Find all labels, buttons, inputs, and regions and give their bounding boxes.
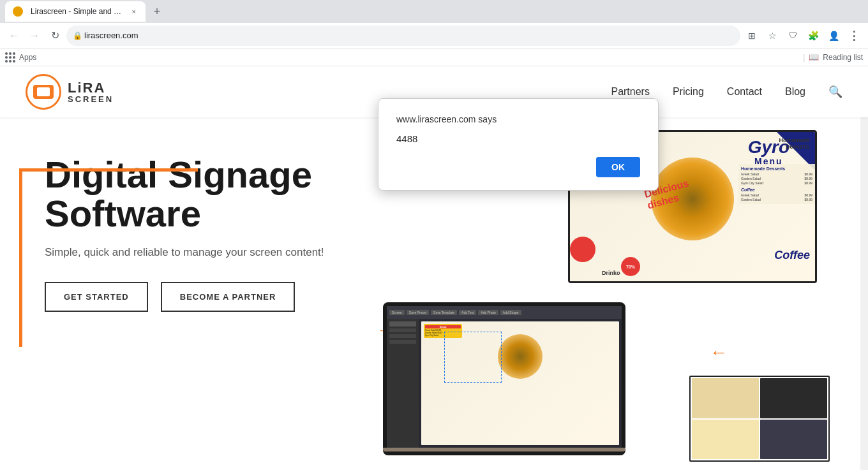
- drinko-label: Drinko: [602, 270, 620, 276]
- tab-title: Lirascreen - Simple and Robust D...: [31, 7, 126, 16]
- nav-blog[interactable]: Blog: [785, 86, 805, 98]
- toolbar-btn-1: Screen: [389, 310, 405, 315]
- tab-close-button[interactable]: ×: [130, 6, 138, 17]
- sidebar-item-1: [389, 321, 416, 327]
- right-item-3: Gyro City Salad $8.99: [741, 181, 812, 185]
- dialog-actions: OK: [396, 157, 640, 177]
- laptop-sidebar: [387, 319, 419, 448]
- logo-screen: [33, 85, 54, 99]
- right-coffee: Coffee: [741, 187, 812, 192]
- sidebar-item-2: [389, 328, 416, 332]
- canvas-salad-hdr: Salad: [425, 325, 461, 328]
- dialog-ok-button[interactable]: OK: [596, 157, 640, 177]
- sidebar-item-3: [389, 334, 416, 338]
- nav-contact[interactable]: Contact: [727, 86, 762, 98]
- toolbar-btn-2: Save Preset: [407, 310, 429, 315]
- dialog-site-label: www.lirascreen.com says: [396, 114, 640, 124]
- refresh-button[interactable]: ↻: [46, 27, 64, 45]
- laptop-toolbar: Screen Save Preset Save Template Add Tex…: [387, 306, 622, 319]
- canvas-content: Salad Greek Salad $8.99 Garden Salad $8.…: [421, 321, 619, 445]
- bookmark-star-button[interactable]: ☆: [763, 27, 781, 45]
- toolbar-btn-5: Add Photo: [478, 310, 498, 315]
- template-cell-2: [760, 378, 827, 418]
- right-item-1: Greek Salad $8.99: [741, 172, 812, 176]
- template-cell-4: [760, 420, 827, 460]
- right-menu-col: Homemade Desserts Greek Salad $8.99 Gard…: [738, 164, 815, 204]
- right-coffee-item2: Garden Salad $8.99: [741, 198, 812, 202]
- reading-list-label: Reading list: [823, 53, 863, 62]
- gyro-deco-red: [570, 237, 595, 262]
- browser-chrome: Lirascreen - Simple and Robust D... × + …: [0, 0, 868, 66]
- small-screen: [689, 376, 830, 462]
- toolbar-btn-4: Add Text: [459, 310, 476, 315]
- tab-bar: Lirascreen - Simple and Robust D... × +: [0, 0, 868, 23]
- site-nav: Partners Pricing Contact Blog 🔍: [611, 85, 842, 99]
- logo-screen-inner: [37, 87, 50, 96]
- alert-dialog: www.lirascreen.com says 4488 OK: [378, 98, 659, 191]
- site-logo: LiRA SCREEN: [26, 74, 114, 110]
- right-coffee-item1: Greek Salad $8.99: [741, 193, 812, 197]
- menu-button[interactable]: ⋮: [845, 27, 863, 45]
- nav-bar: ← → ↻ 🔒 ⊞ ☆ 🛡 🧩 👤 ⋮: [0, 23, 868, 48]
- logo-lira: LiRA: [68, 81, 114, 95]
- nav-pricing[interactable]: Pricing: [673, 86, 704, 98]
- logo-screen-word: SCREEN: [68, 95, 114, 103]
- arrow-left-icon: ←: [710, 342, 728, 363]
- deco-vertical: [19, 168, 22, 347]
- back-button[interactable]: ←: [5, 27, 23, 45]
- new-tab-button[interactable]: +: [148, 3, 166, 20]
- nav-partners[interactable]: Partners: [611, 86, 649, 98]
- sidebar-item-4: [389, 340, 416, 344]
- canvas-selection: [444, 332, 502, 383]
- laptop-screen: Screen Save Preset Save Template Add Tex…: [383, 302, 625, 455]
- apps-label: Apps: [19, 53, 36, 62]
- pct-badge: 70%: [621, 257, 640, 276]
- deco-horizontal: [19, 168, 198, 172]
- puzzle-extension-button[interactable]: 🧩: [804, 27, 822, 45]
- tab-favicon: [13, 6, 23, 17]
- lock-icon: 🔒: [73, 31, 82, 40]
- browser-extensions: ⊞ ☆ 🛡 🧩 👤 ⋮: [743, 27, 863, 45]
- address-bar-container: 🔒: [66, 26, 740, 46]
- laptop-editor: Screen Save Preset Save Template Add Tex…: [387, 306, 622, 452]
- laptop-base: [383, 448, 625, 452]
- dialog-message: 4488: [396, 133, 640, 144]
- active-tab[interactable]: Lirascreen - Simple and Robust D... ×: [5, 1, 146, 22]
- template-cell-3: [692, 420, 759, 460]
- apps-grid-icon: [5, 52, 15, 62]
- right-homemade: Homemade Desserts: [741, 166, 812, 171]
- logo-icon: [26, 74, 61, 110]
- canvas-food: [498, 334, 542, 379]
- forward-button[interactable]: →: [26, 27, 43, 45]
- address-input[interactable]: [66, 26, 740, 46]
- coffee-label: Coffee: [774, 249, 810, 262]
- laptop-canvas: Salad Greek Salad $8.99 Garden Salad $8.…: [421, 321, 619, 445]
- extensions-grid-button[interactable]: ⊞: [743, 27, 761, 45]
- right-item-2: Garden Salad $8.99: [741, 177, 812, 180]
- site-content: LiRA SCREEN Partners Pricing Contact Blo…: [0, 66, 868, 470]
- search-icon[interactable]: 🔍: [828, 85, 842, 99]
- profile-button[interactable]: 👤: [825, 27, 842, 45]
- homemade-label: Homemade Desserts: [779, 137, 810, 150]
- apps-bar: Apps | 📖 Reading list: [0, 48, 868, 66]
- laptop-main: Salad Greek Salad $8.99 Garden Salad $8.…: [387, 319, 622, 448]
- toolbar-btn-6: Add Shape: [500, 310, 521, 315]
- reading-list-section: | 📖 Reading list: [803, 52, 863, 62]
- scrollbar[interactable]: [860, 66, 868, 470]
- logo-text: LiRA SCREEN: [68, 81, 114, 103]
- hero-right: Salad Greek Salad $8.99 Garden Salad $8.…: [370, 143, 830, 462]
- hero-decoration: [19, 168, 262, 347]
- toolbar-btn-3: Save Template: [431, 310, 457, 315]
- shield-extension-button[interactable]: 🛡: [784, 27, 802, 45]
- template-cell-1: [692, 378, 759, 418]
